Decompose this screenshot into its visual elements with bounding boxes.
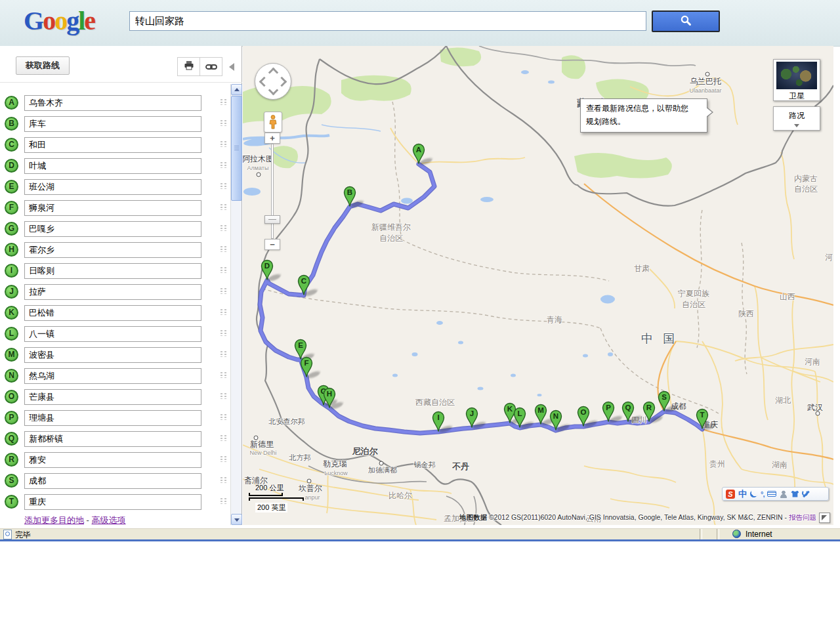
route-marker-f[interactable]: F bbox=[299, 356, 314, 378]
waypoint-input-f[interactable] bbox=[24, 200, 201, 216]
waypoint-row: M bbox=[0, 345, 231, 366]
waypoint-input-a[interactable] bbox=[24, 95, 201, 111]
waypoint-input-k[interactable] bbox=[24, 305, 201, 321]
drag-handle-icon[interactable] bbox=[220, 288, 226, 294]
drag-handle-icon[interactable] bbox=[220, 477, 226, 483]
advanced-options-link[interactable]: 高级选项 bbox=[92, 515, 126, 525]
drag-handle-icon[interactable] bbox=[220, 435, 226, 441]
user-icon[interactable] bbox=[780, 490, 788, 498]
route-marker-p[interactable]: P bbox=[601, 400, 616, 423]
waypoint-input-s[interactable] bbox=[24, 473, 201, 489]
pan-control[interactable] bbox=[255, 63, 291, 100]
drag-handle-icon[interactable] bbox=[220, 393, 226, 399]
drag-handle-icon[interactable] bbox=[220, 330, 226, 336]
zoom-slider-track[interactable] bbox=[271, 144, 274, 239]
route-marker-d[interactable]: D bbox=[260, 259, 274, 281]
waypoint-input-d[interactable] bbox=[24, 158, 201, 174]
route-marker-o[interactable]: O bbox=[576, 405, 591, 427]
sogou-logo[interactable]: S bbox=[726, 490, 735, 499]
pan-left-icon[interactable] bbox=[259, 77, 270, 87]
zoom-in-button[interactable]: + bbox=[264, 133, 280, 144]
skin-icon[interactable] bbox=[791, 491, 799, 497]
street-view-pegman[interactable] bbox=[264, 112, 282, 133]
share-link-button[interactable] bbox=[200, 57, 222, 76]
waypoint-input-g[interactable] bbox=[24, 221, 201, 237]
drag-handle-icon[interactable] bbox=[220, 141, 226, 147]
waypoint-input-n[interactable] bbox=[24, 368, 201, 384]
route-marker-i[interactable]: I bbox=[431, 410, 446, 432]
half-moon-icon[interactable] bbox=[750, 490, 757, 497]
chinese-mode-icon[interactable]: 中 bbox=[738, 488, 747, 500]
soft-keyboard-icon[interactable] bbox=[767, 491, 776, 497]
waypoint-input-p[interactable] bbox=[24, 410, 201, 426]
drag-handle-icon[interactable] bbox=[220, 183, 226, 189]
svg-text:Q: Q bbox=[625, 404, 631, 411]
route-marker-q[interactable]: Q bbox=[621, 400, 635, 423]
zoom-slider-handle[interactable] bbox=[264, 215, 280, 224]
scroll-up-arrow[interactable] bbox=[231, 84, 242, 95]
drag-handle-icon[interactable] bbox=[220, 225, 226, 231]
search-input[interactable] bbox=[129, 11, 646, 31]
route-marker-c[interactable]: C bbox=[297, 274, 311, 296]
waypoint-input-c[interactable] bbox=[24, 137, 201, 153]
drag-handle-icon[interactable] bbox=[220, 498, 226, 504]
route-marker-j[interactable]: J bbox=[465, 406, 479, 429]
drag-handle-icon[interactable] bbox=[220, 204, 226, 210]
zoom-out-button[interactable]: − bbox=[264, 239, 280, 250]
waypoint-input-h[interactable] bbox=[24, 242, 201, 258]
waypoint-input-m[interactable] bbox=[24, 347, 201, 363]
waypoint-input-b[interactable] bbox=[24, 116, 201, 132]
drag-handle-icon[interactable] bbox=[220, 162, 226, 168]
drag-handle-icon[interactable] bbox=[220, 456, 226, 462]
drag-handle-icon[interactable] bbox=[220, 372, 226, 378]
collapse-panel-arrow-icon[interactable] bbox=[229, 63, 234, 71]
route-marker-t[interactable]: T bbox=[695, 408, 709, 430]
waypoint-row: L bbox=[0, 324, 231, 345]
pan-up-icon[interactable] bbox=[268, 68, 279, 78]
route-marker-h[interactable]: H bbox=[322, 387, 337, 409]
punctuation-icon[interactable]: °, bbox=[761, 490, 764, 498]
waypoint-input-r[interactable] bbox=[24, 452, 201, 468]
satellite-view-button[interactable]: 卫星 bbox=[773, 59, 820, 101]
scrollbar-thumb[interactable] bbox=[231, 96, 242, 201]
traffic-button[interactable]: 路况 bbox=[773, 106, 820, 131]
print-button[interactable] bbox=[177, 57, 200, 76]
waypoint-input-j[interactable] bbox=[24, 284, 201, 300]
attribution-collapse-arrow[interactable] bbox=[819, 513, 830, 523]
pan-down-icon[interactable] bbox=[268, 85, 279, 96]
route-marker-b[interactable]: B bbox=[343, 185, 357, 207]
route-marker-m[interactable]: M bbox=[534, 403, 548, 425]
route-marker-s[interactable]: S bbox=[657, 390, 671, 412]
waypoint-row: R bbox=[0, 450, 231, 471]
waypoint-row: S bbox=[0, 471, 231, 492]
search-button[interactable] bbox=[652, 10, 720, 32]
drag-handle-icon[interactable] bbox=[220, 414, 226, 420]
waypoint-input-t[interactable] bbox=[24, 494, 201, 510]
drag-handle-icon[interactable] bbox=[220, 267, 226, 273]
route-marker-a[interactable]: A bbox=[411, 142, 426, 165]
report-problem-link[interactable]: 报告问题 bbox=[789, 513, 816, 521]
drag-handle-icon[interactable] bbox=[220, 99, 226, 105]
add-destination-link[interactable]: 添加更多目的地 bbox=[24, 515, 84, 525]
waypoint-row: G bbox=[0, 219, 231, 240]
wrench-icon[interactable] bbox=[802, 490, 810, 498]
waypoint-input-l[interactable] bbox=[24, 326, 201, 342]
waypoint-input-e[interactable] bbox=[24, 179, 201, 195]
route-marker-r[interactable]: R bbox=[642, 400, 656, 423]
scroll-down-arrow[interactable] bbox=[231, 514, 242, 525]
drag-handle-icon[interactable] bbox=[220, 246, 226, 252]
route-marker-n[interactable]: N bbox=[549, 409, 563, 431]
waypoint-input-q[interactable] bbox=[24, 431, 201, 447]
scale-km-bar bbox=[249, 493, 283, 496]
attribution-prefix: 地图数据 bbox=[459, 513, 489, 521]
get-directions-button[interactable]: 获取路线 bbox=[16, 56, 70, 75]
sidebar-scrollbar[interactable] bbox=[230, 84, 242, 525]
waypoint-input-o[interactable] bbox=[24, 389, 201, 405]
map-canvas[interactable]: 蒙 古乌兰巴托Ulaanbaatar内蒙古自治区新疆维吾尔自治区阿拉木图Алма… bbox=[243, 46, 833, 525]
route-marker-l[interactable]: L bbox=[513, 406, 527, 429]
drag-handle-icon[interactable] bbox=[220, 309, 226, 315]
waypoint-input-i[interactable] bbox=[24, 263, 201, 279]
drag-handle-icon[interactable] bbox=[220, 120, 226, 126]
pan-right-icon[interactable] bbox=[277, 77, 287, 87]
drag-handle-icon[interactable] bbox=[220, 351, 226, 357]
